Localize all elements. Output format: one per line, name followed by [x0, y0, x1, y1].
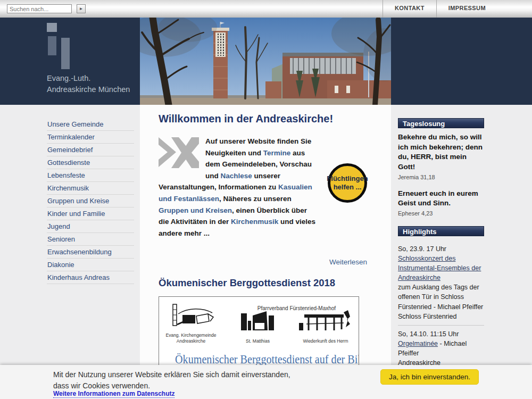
intro-link[interactable]: Kirchenmusik: [231, 218, 278, 226]
site-name-line1: Evang.-Luth.: [47, 73, 130, 84]
berg-section-title: Ökumenischer Berggottesdienst 2018: [159, 277, 367, 289]
search-form: ►: [7, 4, 86, 13]
verse-text: Erneuert euch in eurem Geist und Sinn.: [398, 189, 484, 209]
sidebar-item[interactable]: Jugend: [47, 220, 134, 233]
refugee-help-badge[interactable]: Flüchtlingen helfen ...: [328, 163, 367, 203]
logo-square: [47, 23, 57, 32]
kontakt-link[interactable]: KONTAKT: [383, 0, 436, 18]
cookie-text-line1: Mit der Nutzung unserer Website erklären…: [53, 369, 290, 380]
cookie-text: Mit der Nutzung unserer Website erklären…: [53, 369, 290, 392]
search-submit-button[interactable]: ►: [77, 4, 86, 13]
tageslosung-box: Tageslosung Bekehre du mich, so will ich…: [398, 118, 484, 217]
highlight-link[interactable]: Schlosskonzert des Instrumental-Ensemble…: [398, 255, 481, 281]
site-name: Evang.-Luth. Andreaskirche München: [47, 73, 130, 95]
poster-logo-caption: St. Matthias: [239, 338, 277, 344]
sidebar-item[interactable]: Gruppen und Kreise: [47, 195, 134, 207]
highlight-item: So, 23.9. 17 Uhr Schlosskonzert des Inst…: [398, 240, 484, 325]
sidebar-item[interactable]: Terminkalender: [47, 131, 134, 144]
sidebar-item[interactable]: Diakonie: [47, 259, 134, 271]
sidebar-item[interactable]: Kinder und Familie: [47, 207, 134, 220]
poster-logo-andreaskirche: Evang. Kirchengemeinde Andreaskirche: [165, 303, 217, 344]
cookie-accept-button[interactable]: Ja, ich bin einverstanden.: [380, 369, 479, 385]
topbar-links: KONTAKT IMPRESSUM: [383, 0, 497, 18]
verse-ref: Epheser 4,23: [398, 210, 484, 217]
site-name-line2: Andreaskirche München: [47, 84, 130, 95]
page-title: Willkommen in der Andreaskirche!: [159, 113, 367, 125]
andreas-cross-icon: [159, 137, 199, 168]
arrow-right-icon: ►: [79, 6, 84, 11]
highlight-location: Schloss Fürstenried: [398, 312, 484, 321]
highlights-header: Highlights: [398, 226, 484, 236]
site-header: Evang.-Luth. Andreaskirche München: [0, 18, 532, 105]
intro-link[interactable]: Gruppen und Kreisen: [159, 206, 232, 214]
sidebar-item[interactable]: Lebensfeste: [47, 169, 134, 182]
sidebar-item[interactable]: Kirchenmusik: [47, 182, 134, 195]
highlight-link[interactable]: Orgelmatinée: [398, 340, 438, 347]
poster-logos-row: Evang. Kirchengemeinde Andreaskirche St.…: [165, 303, 352, 344]
tageslosung-header: Tageslosung: [398, 118, 484, 128]
poster-logo-st-matthias: St. Matthias: [239, 309, 277, 344]
sidebar-item[interactable]: Unsere Gemeinde: [47, 118, 134, 131]
highlight-date: So, 14.10. 11:15 Uhr: [398, 329, 484, 339]
sidebar-item[interactable]: Kinderhaus Andreas: [47, 271, 134, 284]
verse-ref: Jeremia 31,18: [398, 174, 484, 180]
impressum-link[interactable]: IMPRESSUM: [436, 0, 497, 18]
sidebar-item[interactable]: Gemeindebrief: [47, 144, 134, 156]
readmore-link[interactable]: Weiterlesen: [329, 258, 367, 266]
site-logo-icon: [47, 22, 79, 75]
sidebar-item[interactable]: Gottesdienste: [47, 156, 134, 169]
cookie-banner: Mit der Nutzung unserer Website erklären…: [0, 365, 532, 399]
intro-link[interactable]: Nachlese: [221, 172, 252, 180]
main-content: Willkommen in der Andreaskirche! Auf uns…: [159, 113, 367, 399]
logo-bar-right: [61, 38, 70, 69]
poster-logo-caption: Wiederkunft des Herrn: [299, 338, 352, 344]
logo-bar-left: [48, 36, 56, 55]
poster-logo-caption: Evang. Kirchengemeinde Andreaskirche: [165, 332, 217, 344]
sidebar-nav: Unsere Gemeinde Terminkalender Gemeindeb…: [47, 118, 134, 284]
highlight-date: So, 23.9. 17 Uhr: [398, 244, 484, 254]
header-photo-church: [140, 18, 391, 105]
search-input[interactable]: [7, 4, 72, 13]
poster-logo-wiederkunft: Wiederkunft des Herrn: [299, 309, 352, 344]
privacy-info-link[interactable]: Weitere Informationen zum Datenschutz: [53, 390, 174, 398]
verse-text: Bekehre du mich, so will ich mich bekehr…: [398, 132, 484, 172]
sidebar-item[interactable]: Senioren: [47, 233, 134, 246]
right-sidebar: Tageslosung Bekehre du mich, so will ich…: [398, 118, 484, 399]
topbar: ► KONTAKT IMPRESSUM: [0, 0, 532, 18]
intro-section: Auf unserer Website finden Sie Neuigkeit…: [159, 136, 367, 239]
intro-link[interactable]: Termine: [263, 149, 291, 157]
sidebar-item[interactable]: Erwachsenenbildung: [47, 246, 134, 259]
highlight-description: zum Ausklang des Tags der offenen Tür in…: [398, 282, 484, 311]
